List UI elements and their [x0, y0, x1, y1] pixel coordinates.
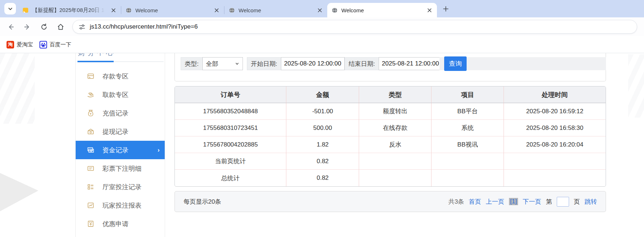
- chevron-right-icon: ›: [157, 147, 160, 154]
- type-filter-group: 类型: 全部: [181, 57, 243, 70]
- sidebar-item-label: 存款专区: [102, 72, 129, 81]
- chart-report-icon: [87, 202, 94, 209]
- sidebar-item-label: 厅室投注记录: [102, 183, 142, 191]
- next-page-link[interactable]: 下一页: [523, 198, 541, 206]
- tab-new-reminder[interactable]: 【新提醒】2025年08月20日 18: [18, 3, 121, 17]
- tab-welcome-1[interactable]: Welcome: [121, 3, 224, 17]
- browser-tab-strip: 【新提醒】2025年08月20日 18 Welcome Welcome Welc…: [0, 0, 644, 17]
- chevron-down-icon: [8, 7, 13, 11]
- tab-title: Welcome: [341, 7, 423, 13]
- end-date-group: 结束日期:: [345, 57, 442, 70]
- forward-button[interactable]: [21, 21, 33, 33]
- type-select-value: 全部: [206, 60, 218, 68]
- sidebar-item-label: 提现记录: [102, 127, 129, 136]
- start-date-input[interactable]: [281, 57, 345, 70]
- cash-envelope-icon: [87, 128, 94, 135]
- jump-prefix-text: 第: [546, 198, 552, 206]
- cell-order-no: 1755680352048848: [175, 103, 286, 120]
- taobao-icon: 淘: [7, 41, 14, 48]
- cell-project: BB视讯: [432, 136, 504, 153]
- tab-search-button[interactable]: [4, 3, 16, 14]
- cell-empty: [359, 153, 432, 170]
- fund-records-table: 订单号 金额 类型 项目 处理时间 1755680352048848 -501.…: [174, 86, 606, 187]
- pagination-bar: 每页显示20条 共3条 首页 上一页 [1] 下一页 第 页 跳转: [174, 191, 606, 212]
- tab-close-icon[interactable]: [212, 6, 220, 14]
- end-date-label: 结束日期:: [345, 57, 379, 70]
- column-header: 金额: [286, 86, 359, 103]
- chevron-down-icon: [235, 62, 239, 66]
- sidebar-item-label: 彩票下注明细: [102, 164, 142, 173]
- cell-time: 2025-08-20 16:58:30: [504, 120, 606, 136]
- sidebar-item-withdrawal-records[interactable]: 提现记录: [76, 122, 165, 141]
- cell-order-no: 1755678004202885: [175, 136, 286, 153]
- total-count-text: 共3条: [449, 198, 464, 206]
- current-page-indicator: [1]: [509, 198, 518, 205]
- background-triangle-watermark: [0, 173, 38, 211]
- bookmark-aitaobao[interactable]: 淘 爱淘宝: [7, 41, 33, 48]
- reload-button[interactable]: [38, 21, 50, 33]
- sidebar-item-fund-records[interactable]: 资金记录 ›: [76, 141, 165, 159]
- url-text: js13.cc/hhcp/usercenter.html?iniType=6: [90, 23, 198, 30]
- background-texture-right: [628, 54, 644, 118]
- address-bar[interactable]: js13.cc/hhcp/usercenter.html?iniType=6: [72, 20, 637, 34]
- note-favicon-icon: [22, 7, 29, 13]
- sidebar-item-player-bet-report[interactable]: 玩家投注报表: [76, 196, 165, 215]
- back-arrow-icon: [7, 23, 14, 31]
- type-select[interactable]: 全部: [202, 57, 243, 70]
- cell-empty: [504, 170, 606, 186]
- tab-welcome-2[interactable]: Welcome: [224, 3, 327, 17]
- reload-icon: [40, 23, 48, 31]
- cell-type: 在线存款: [359, 120, 432, 136]
- home-button[interactable]: [54, 21, 67, 33]
- jump-button[interactable]: 跳转: [585, 198, 597, 206]
- tab-close-icon[interactable]: [425, 6, 433, 14]
- cell-type: 反水: [359, 136, 432, 153]
- cell-empty: [432, 153, 504, 170]
- bookmark-baidu[interactable]: 百度一下: [39, 41, 71, 48]
- column-header: 项目: [432, 86, 504, 103]
- site-settings-icon: [79, 24, 85, 30]
- sidebar-item-deposit-zone[interactable]: 存款专区: [76, 67, 165, 85]
- tab-title: Welcome: [239, 7, 313, 13]
- sidebar-item-promo-application[interactable]: 优惠申请: [76, 215, 165, 233]
- prev-page-link[interactable]: 上一页: [486, 198, 504, 206]
- search-button[interactable]: 查询: [444, 56, 467, 71]
- background-texture-left: [0, 53, 35, 124]
- filter-panel: 类型: 全部 开始日期: 结束日期: 查询: [174, 53, 606, 81]
- money-bag-icon: ¥: [87, 109, 94, 117]
- cell-page-total-amount: 0.82: [286, 153, 359, 170]
- tab-close-icon[interactable]: [316, 6, 324, 14]
- new-tab-button[interactable]: [440, 3, 451, 14]
- sidebar-section-title: 财务中心: [78, 53, 115, 58]
- cell-time: 2025-08-20 16:20:04: [504, 136, 606, 153]
- tab-close-icon[interactable]: [109, 6, 117, 14]
- cell-grand-total-label: 总统计: [175, 170, 286, 186]
- sidebar-item-hall-bet-records[interactable]: 厅室投注记录: [76, 178, 165, 196]
- home-icon: [57, 23, 64, 31]
- end-date-input[interactable]: [379, 57, 442, 70]
- tab-welcome-active[interactable]: Welcome: [327, 3, 437, 17]
- sidebar-item-withdraw-zone[interactable]: 取款专区: [76, 85, 165, 104]
- jump-page-input[interactable]: [557, 197, 569, 207]
- sidebar-item-lottery-bet-details[interactable]: 彩票下注明细: [76, 159, 165, 178]
- svg-text:¥: ¥: [90, 112, 92, 115]
- sidebar-item-recharge-records[interactable]: ¥ 充值记录: [76, 104, 165, 122]
- cell-empty: [432, 170, 504, 186]
- cell-amount: -501.00: [286, 103, 359, 120]
- finance-sidebar: 财务中心 存款专区 取款专区 ¥ 充值记录 提现记录: [75, 53, 165, 237]
- column-header: 类型: [359, 86, 432, 103]
- forward-arrow-icon: [24, 23, 31, 31]
- bookmark-label: 百度一下: [50, 41, 71, 48]
- globe-favicon-icon: [332, 7, 338, 13]
- globe-favicon-icon: [126, 7, 132, 13]
- start-date-group: 开始日期:: [247, 57, 345, 70]
- ticket-list-icon: [87, 165, 94, 172]
- first-page-link[interactable]: 首页: [469, 198, 481, 206]
- cell-type: 额度转出: [359, 103, 432, 120]
- baidu-paw-icon: [39, 41, 47, 48]
- cell-amount: 500.00: [286, 120, 359, 136]
- list-squares-icon: [87, 183, 94, 191]
- back-button[interactable]: [4, 21, 17, 33]
- bookmark-label: 爱淘宝: [17, 41, 33, 48]
- cell-amount: 1.82: [286, 136, 359, 153]
